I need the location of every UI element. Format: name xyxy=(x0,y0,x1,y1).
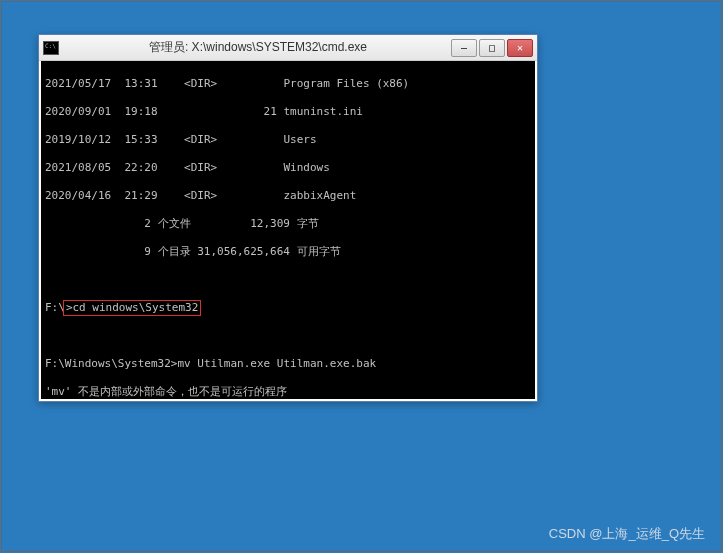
close-button[interactable]: ✕ xyxy=(507,39,533,57)
cmd-icon xyxy=(43,41,59,55)
mv-error-line: 'mv' 不是内部或外部命令，也不是可运行的程序 xyxy=(45,385,531,399)
maximize-button[interactable]: □ xyxy=(479,39,505,57)
blank-line xyxy=(45,329,531,343)
minimize-button[interactable]: — xyxy=(451,39,477,57)
dir-line: 2021/05/17 13:31 <DIR> Program Files (x8… xyxy=(45,77,531,91)
cmd-window: 管理员: X:\windows\SYSTEM32\cmd.exe — □ ✕ 2… xyxy=(38,34,538,402)
cd-command-line: F:\>cd windows\System32 xyxy=(45,301,531,315)
dir-summary: 2 个文件 12,309 字节 xyxy=(45,217,531,231)
watermark-text: CSDN @上海_运维_Q先生 xyxy=(549,525,705,543)
window-controls: — □ ✕ xyxy=(451,39,533,57)
dir-line: 2021/08/05 22:20 <DIR> Windows xyxy=(45,161,531,175)
window-title: 管理员: X:\windows\SYSTEM32\cmd.exe xyxy=(65,39,451,56)
dir-summary: 9 个目录 31,056,625,664 可用字节 xyxy=(45,245,531,259)
blank-line xyxy=(45,273,531,287)
titlebar[interactable]: 管理员: X:\windows\SYSTEM32\cmd.exe — □ ✕ xyxy=(39,35,537,61)
dir-line: 2020/04/16 21:29 <DIR> zabbixAgent xyxy=(45,189,531,203)
dir-line: 2020/09/01 19:18 21 tmuninst.ini xyxy=(45,105,531,119)
mv-command-line: F:\Windows\System32>mv Utilman.exe Utilm… xyxy=(45,357,531,371)
dir-line: 2019/10/12 15:33 <DIR> Users xyxy=(45,133,531,147)
terminal-output[interactable]: 2021/05/17 13:31 <DIR> Program Files (x8… xyxy=(39,61,537,401)
highlight-cd: >cd windows\System32 xyxy=(63,300,201,316)
